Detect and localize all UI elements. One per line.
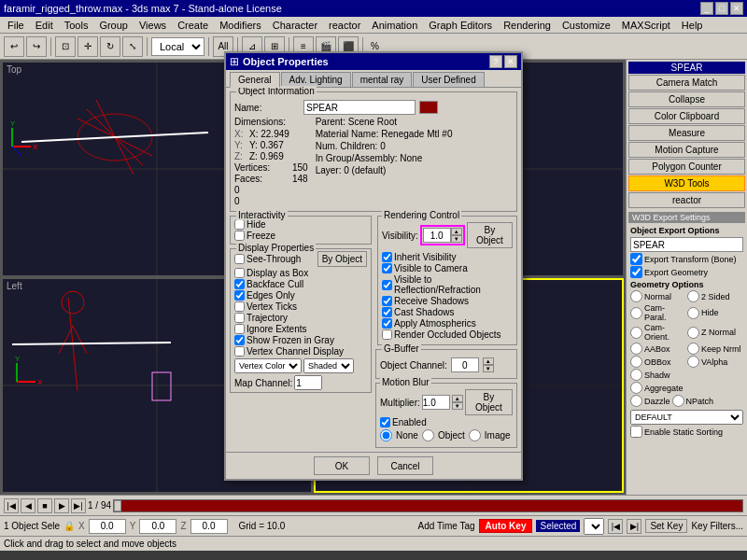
mb-image-radio[interactable] (469, 429, 481, 441)
menu-character[interactable]: Character (267, 19, 323, 32)
hide-check[interactable] (234, 219, 245, 230)
menu-views[interactable]: Views (134, 19, 172, 32)
play-back-btn[interactable]: ◀ (21, 498, 35, 513)
rotate-btn[interactable]: ↻ (100, 36, 120, 57)
tab-user-defined[interactable]: User Defined (413, 72, 484, 87)
close-btn[interactable]: ✕ (730, 2, 743, 15)
prev-frame-btn[interactable]: |◀ (4, 498, 19, 513)
scale-btn[interactable]: ⤡ (122, 36, 143, 57)
ok-btn[interactable]: OK (314, 456, 370, 475)
timeline-track[interactable] (113, 499, 743, 512)
move-btn[interactable]: ✛ (78, 36, 98, 57)
reactor-btn[interactable]: reactor (628, 192, 745, 208)
see-through-check[interactable] (234, 254, 245, 264)
minimize-btn[interactable]: _ (700, 2, 713, 15)
render-occluded-check[interactable] (382, 329, 392, 340)
add-time-tag[interactable]: Add Time Tag (418, 521, 475, 531)
menu-graph-editors[interactable]: Graph Editors (423, 19, 498, 32)
backface-cull-check[interactable] (234, 279, 245, 289)
menu-reactor[interactable]: reactor (323, 19, 366, 32)
tab-general[interactable]: General (230, 72, 280, 88)
name-input[interactable] (303, 100, 416, 115)
gbuffer-spinner[interactable]: ▲ ▼ (483, 357, 494, 372)
apply-atmospherics-check[interactable] (382, 318, 392, 329)
object-channel-input[interactable] (451, 357, 479, 372)
vis-to-reflection-check[interactable] (382, 280, 392, 290)
polygon-counter-btn[interactable]: Polygon Counter (628, 159, 745, 175)
vis-to-camera-check[interactable] (382, 263, 392, 273)
tab-adv-lighting[interactable]: Adv. Lighting (281, 72, 351, 87)
select-btn[interactable]: ⊡ (55, 36, 76, 57)
dialog-help-btn[interactable]: ? (489, 55, 502, 68)
motion-blur-by-object-btn[interactable]: By Object (465, 389, 513, 415)
visibility-spinner[interactable]: ▲ ▼ (451, 228, 462, 243)
menu-maxscript[interactable]: MAXScript (616, 19, 676, 32)
color-clipboard-btn[interactable]: Color Clipboard (628, 108, 745, 124)
next-frame-btn[interactable]: ▶| (71, 498, 86, 513)
visibility-input[interactable] (423, 228, 451, 243)
receive-shadows-check[interactable] (382, 296, 392, 306)
multiplier-input[interactable] (422, 395, 450, 410)
tab-mental-ray[interactable]: mental ray (352, 72, 413, 87)
prev-key-btn[interactable]: |◀ (608, 519, 623, 534)
set-key-btn[interactable]: Set Key (645, 519, 687, 533)
ignore-extents-check[interactable] (234, 324, 245, 334)
vis-spin-down[interactable]: ▼ (451, 235, 462, 243)
w3d-tools-btn[interactable]: W3D Tools (628, 175, 745, 191)
z-coord-input[interactable] (190, 519, 228, 534)
mb-object-radio[interactable] (422, 429, 434, 441)
display-as-box-check[interactable] (234, 268, 245, 278)
menu-create[interactable]: Create (172, 19, 214, 32)
next-key-btn[interactable]: ▶| (627, 519, 641, 534)
mb-none-radio[interactable] (380, 429, 392, 441)
export-transform-check[interactable] (630, 253, 642, 265)
menu-modifiers[interactable]: Modifiers (214, 19, 267, 32)
dialog-controls[interactable]: ? ✕ (489, 55, 517, 68)
menu-group[interactable]: Group (93, 19, 134, 32)
object-properties-dialog[interactable]: ⊞ Object Properties ? ✕ General Adv. Lig… (224, 51, 523, 481)
y-coord-input[interactable] (139, 519, 176, 534)
dialog-close-btn[interactable]: ✕ (504, 55, 517, 68)
color-swatch[interactable] (419, 101, 438, 114)
play-btn[interactable]: ▶ (54, 498, 69, 513)
auto-key-btn[interactable]: Auto Key (479, 519, 533, 533)
menu-customize[interactable]: Customize (557, 19, 616, 32)
camera-match-btn[interactable]: Camera Match (628, 75, 745, 91)
cast-shadows-check[interactable] (382, 307, 392, 317)
inherit-vis-check[interactable] (382, 252, 392, 262)
vertex-channel-check[interactable] (234, 346, 245, 357)
trajectory-check[interactable] (234, 313, 245, 323)
export-name-input[interactable] (630, 237, 743, 252)
rendering-by-object-btn[interactable]: By Object (467, 222, 513, 248)
key-filters-btn[interactable]: Key Filters... (691, 521, 743, 531)
vertex-color-select[interactable]: Vertex Color (234, 358, 302, 373)
gbuffer-spin-down[interactable]: ▼ (483, 365, 494, 372)
mult-spin-down[interactable]: ▼ (452, 402, 463, 410)
menu-file[interactable]: File (2, 19, 30, 32)
toolbar-btn-1[interactable]: ↩ (4, 36, 24, 57)
maximize-btn[interactable]: □ (715, 2, 728, 15)
menu-animation[interactable]: Animation (366, 19, 423, 32)
reference-dropdown[interactable]: Local (151, 37, 204, 56)
motion-capture-btn[interactable]: Motion Capture (628, 142, 745, 158)
shaded-select[interactable]: Shaded (303, 358, 354, 373)
default-dropdown[interactable]: DEFAULT (630, 410, 743, 425)
toolbar-btn-2[interactable]: ↪ (26, 36, 47, 57)
menu-edit[interactable]: Edit (30, 19, 59, 32)
key-filter-dropdown[interactable] (584, 518, 604, 535)
menu-tools[interactable]: Tools (59, 19, 94, 32)
vis-spin-up[interactable]: ▲ (451, 228, 462, 235)
window-controls[interactable]: _ □ ✕ (700, 2, 743, 15)
vertex-ticks-check[interactable] (234, 301, 245, 312)
stop-btn[interactable]: ■ (37, 498, 52, 513)
gbuffer-spin-up[interactable]: ▲ (483, 357, 494, 365)
measure-btn[interactable]: Measure (628, 125, 745, 141)
map-channel-input[interactable] (294, 375, 322, 390)
mb-enabled-check[interactable] (380, 417, 390, 427)
multiplier-spinner[interactable]: ▲ ▼ (452, 395, 463, 410)
x-coord-input[interactable] (89, 519, 126, 534)
mult-spin-up[interactable]: ▲ (452, 395, 463, 402)
edges-only-check[interactable] (234, 290, 245, 301)
collapse-btn[interactable]: Collapse (628, 91, 745, 107)
enable-static-check[interactable] (630, 426, 642, 438)
